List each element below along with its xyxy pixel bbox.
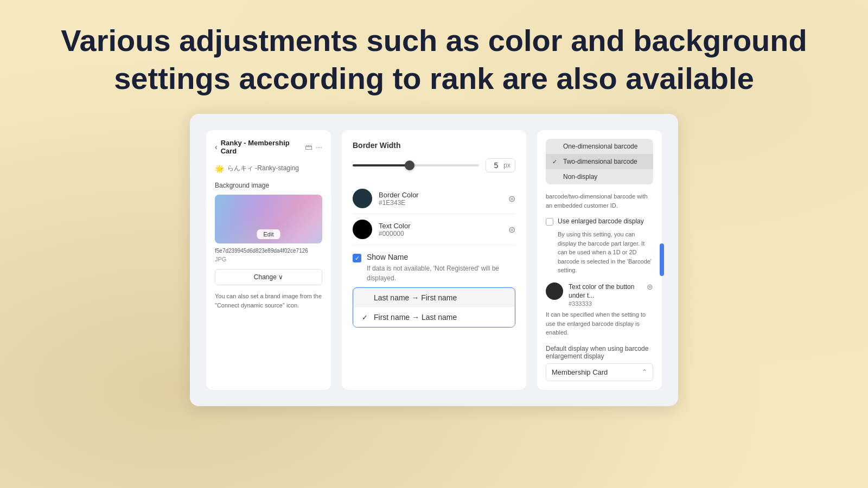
star-emoji: 🌟 [215,164,224,173]
text-color-row: Text Color #000000 ⊜ [353,214,515,245]
change-button[interactable]: Change ∨ [215,269,322,285]
label-none: Non-display [563,173,597,181]
enlarged-checkbox-row: Use enlarged barcode display [546,217,653,226]
slider-thumb[interactable] [405,160,414,170]
check-1d [552,143,560,150]
filename: f5e7d239945d6d823e89da4f02ce7126 [215,248,322,254]
border-color-row: Border Color #1E343E ⊜ [353,183,515,214]
slider-unit: px [503,162,510,169]
filetype: JPG [215,256,322,262]
main-card: ‹ Ranky - Membership Card 🗃 ··· 🌟 らんキィ -… [190,114,678,406]
button-text-color-link-icon[interactable]: ⊜ [647,282,653,291]
help-text: You can also set a brand image from the … [215,292,322,310]
no-check-1 [362,294,371,302]
check-2d: ✓ [552,158,560,165]
text-color-hex: #000000 [379,230,502,237]
border-color-info: Border Color #1E343E [379,191,502,207]
slider-track[interactable] [353,164,479,166]
name-order-option-2[interactable]: ✓ First name → Last name [353,307,515,327]
name-order-option-1[interactable]: Last name → First name [353,288,515,307]
enlarged-desc: By using this setting, you can display t… [546,230,653,275]
text-color-info: Text Color #000000 [379,222,502,237]
button-text-color-swatch[interactable] [546,282,563,300]
barcode-option-none[interactable]: Non-display [546,169,653,184]
button-text-color-hex: #333333 [569,300,641,307]
text-color-label: Text Color [379,222,502,230]
staging-label: らんキィ -Ranky-staging [227,164,299,173]
slider-row: 5 px [353,158,515,172]
check-none [552,174,560,180]
select-value: Membership Card [552,368,608,376]
panel-title: Ranky - Membership Card [221,139,302,155]
border-color-swatch[interactable] [353,189,372,208]
show-name-checkbox[interactable] [353,254,361,262]
label-2d: Two-dimensional barcode [563,158,637,165]
slider-fill [353,164,410,166]
barcode-desc: barcode/two-dimensional barcode with an … [546,192,653,210]
default-display-label: Default display when using barcode enlar… [546,345,653,360]
db-icon[interactable]: 🗃 [305,143,312,151]
back-arrow-icon[interactable]: ‹ [215,143,218,151]
show-name-desc: If data is not available, 'Not Registere… [367,264,515,283]
bg-image-preview: Edit [215,195,322,243]
slider-value[interactable]: 5 [490,161,501,170]
button-text-color-desc: It can be specified when the setting to … [546,310,653,337]
more-icon[interactable]: ··· [316,143,322,151]
button-text-color-row: Text color of the button under t... #333… [546,282,653,307]
show-name-content: Show Name If data is not available, 'Not… [367,253,515,283]
button-text-color-info: Text color of the button under t... #333… [569,282,641,307]
check-mark-2: ✓ [362,313,371,322]
show-name-title: Show Name [367,253,515,261]
middle-panel: Border Width 5 px Border Color #1E343E ⊜… [342,130,526,390]
headline: Various adjustments such as color and ba… [0,0,868,114]
option2-label: First name → Last name [374,313,457,322]
label-1d: One-dimensional barcode [563,143,637,150]
border-color-label: Border Color [379,191,502,199]
border-width-label: Border Width [353,141,515,150]
text-color-link-icon[interactable]: ⊜ [508,224,515,235]
option1-label: Last name → First name [374,293,457,302]
membership-card-select[interactable]: Membership Card ⌃ [546,363,653,381]
panel-header: ‹ Ranky - Membership Card 🗃 ··· [215,139,322,155]
border-color-link-icon[interactable]: ⊜ [508,194,515,204]
select-chevron-icon: ⌃ [642,368,647,376]
bg-image-label: Background image [215,182,322,189]
name-order-dropdown[interactable]: Last name → First name ✓ First name → La… [353,287,515,328]
text-color-swatch[interactable] [353,220,372,239]
left-panel: ‹ Ranky - Membership Card 🗃 ··· 🌟 らんキィ -… [206,130,331,390]
button-text-color-title: Text color of the button under t... [569,282,641,301]
slider-input-group: 5 px [486,158,515,172]
enlarged-label: Use enlarged barcode display [558,217,644,225]
right-accent [660,243,664,276]
enlarged-checkbox[interactable] [546,218,553,226]
right-panel: One-dimensional barcode ✓ Two-dimensiona… [537,130,662,390]
show-name-row: Show Name If data is not available, 'Not… [353,245,515,287]
panel-icons: 🗃 ··· [305,143,322,151]
border-color-hex: #1E343E [379,199,502,207]
headline-text: Various adjustments such as color and ba… [54,22,814,98]
edit-button[interactable]: Edit [257,229,280,239]
barcode-option-2d[interactable]: ✓ Two-dimensional barcode [546,154,653,169]
barcode-option-1d[interactable]: One-dimensional barcode [546,139,653,154]
barcode-type-dropdown[interactable]: One-dimensional barcode ✓ Two-dimensiona… [546,139,653,184]
panel-subtitle: 🌟 らんキィ -Ranky-staging [215,164,322,173]
